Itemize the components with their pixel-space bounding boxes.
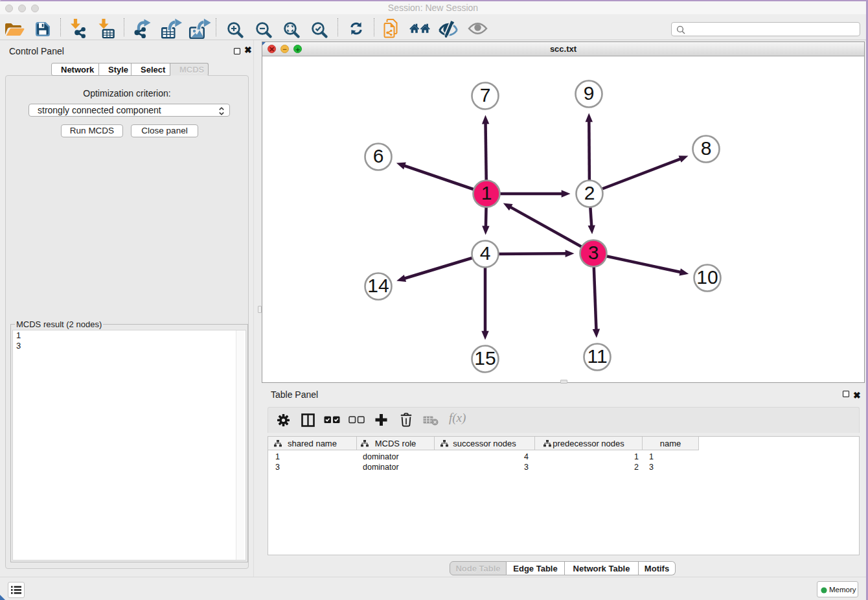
svg-text:15: 15 — [474, 347, 496, 369]
svg-text:9: 9 — [584, 82, 595, 104]
svg-text:10: 10 — [696, 266, 718, 288]
svg-text:11: 11 — [587, 345, 607, 367]
svg-text:2: 2 — [584, 182, 595, 203]
svg-text:8: 8 — [701, 137, 712, 159]
svg-text:4: 4 — [480, 242, 491, 264]
svg-text:7: 7 — [480, 84, 491, 106]
svg-text:1: 1 — [481, 182, 492, 203]
svg-text:6: 6 — [373, 145, 384, 167]
svg-text:3: 3 — [588, 242, 599, 263]
svg-text:14: 14 — [367, 275, 389, 296]
